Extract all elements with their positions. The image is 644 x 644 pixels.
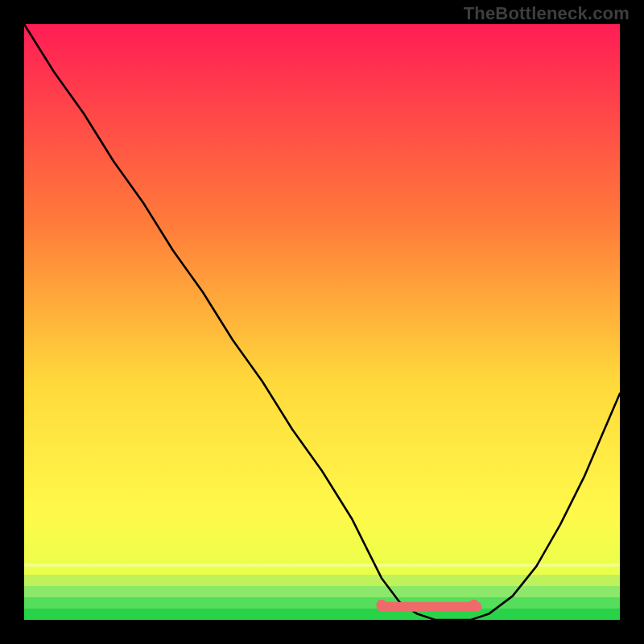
bottleneck-curve [24, 24, 620, 620]
bottleneck-curve-layer [24, 24, 620, 620]
chart-frame: TheBottleneck.com [0, 0, 644, 644]
watermark-text: TheBottleneck.com [464, 3, 630, 24]
plot-area [24, 24, 620, 620]
marker-start-icon [376, 600, 386, 610]
marker-end-icon [469, 600, 479, 610]
